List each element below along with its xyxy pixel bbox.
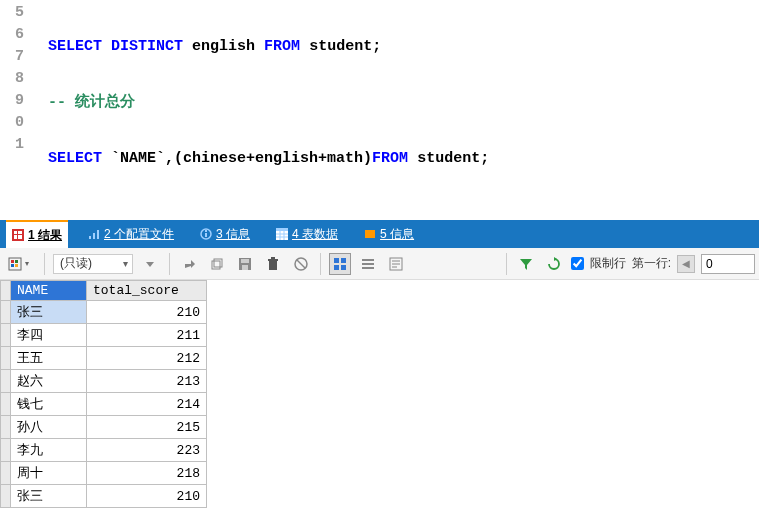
- svg-rect-18: [11, 260, 14, 263]
- code-area[interactable]: SELECT DISTINCT english FROM student; --…: [30, 0, 759, 190]
- row-header[interactable]: [1, 416, 11, 439]
- svg-rect-22: [212, 261, 220, 269]
- svg-rect-4: [89, 236, 91, 239]
- column-header-name[interactable]: NAME: [11, 281, 87, 301]
- cell-total-score[interactable]: 210: [87, 485, 207, 508]
- result-tab-bar: 1 结果 2 个配置文件 3 信息 4 表数据 5 信息: [0, 220, 759, 248]
- table-row[interactable]: 张三210: [1, 301, 207, 324]
- table-row[interactable]: 王五212: [1, 347, 207, 370]
- result-icon: [12, 229, 24, 241]
- cell-name[interactable]: 王五: [11, 347, 87, 370]
- cell-name[interactable]: 周十: [11, 462, 87, 485]
- cancel-button[interactable]: [290, 253, 312, 275]
- cell-total-score[interactable]: 215: [87, 416, 207, 439]
- row-header[interactable]: [1, 462, 11, 485]
- tab-info-2[interactable]: 5 信息: [358, 220, 420, 248]
- code-line-5: SELECT DISTINCT english FROM student;: [30, 36, 759, 58]
- svg-rect-6: [97, 230, 99, 239]
- history-icon: [364, 228, 376, 240]
- tab-profile[interactable]: 2 个配置文件: [82, 220, 180, 248]
- table-row[interactable]: 赵六213: [1, 370, 207, 393]
- limit-rows-checkbox[interactable]: [571, 257, 584, 270]
- svg-rect-3: [17, 231, 18, 239]
- row-header[interactable]: [1, 324, 11, 347]
- svg-rect-26: [242, 265, 248, 270]
- cell-total-score[interactable]: 218: [87, 462, 207, 485]
- svg-rect-34: [334, 265, 339, 270]
- svg-rect-32: [334, 258, 339, 263]
- svg-rect-8: [205, 233, 207, 237]
- cell-name[interactable]: 孙八: [11, 416, 87, 439]
- row-header[interactable]: [1, 393, 11, 416]
- cell-name[interactable]: 赵六: [11, 370, 87, 393]
- line-number-gutter: 5 6 7 8 9 0 1: [0, 0, 30, 190]
- filter-button[interactable]: [515, 253, 537, 275]
- duplicate-row-button[interactable]: [206, 253, 228, 275]
- row-header[interactable]: [1, 301, 11, 324]
- export-dropdown[interactable]: [4, 253, 36, 275]
- svg-line-31: [297, 260, 305, 268]
- tab-info-1[interactable]: 3 信息: [194, 220, 256, 248]
- cell-name[interactable]: 张三: [11, 485, 87, 508]
- grid-view-button[interactable]: [329, 253, 351, 275]
- table-icon: [276, 228, 288, 240]
- cell-total-score[interactable]: 223: [87, 439, 207, 462]
- cell-total-score[interactable]: 211: [87, 324, 207, 347]
- svg-rect-38: [362, 267, 374, 269]
- tab-result[interactable]: 1 结果: [6, 220, 68, 248]
- svg-rect-11: [276, 228, 288, 231]
- code-line-7: SELECT `NAME`,(chinese+english+math)FROM…: [30, 148, 759, 170]
- save-button[interactable]: [234, 253, 256, 275]
- refresh-button[interactable]: [543, 253, 565, 275]
- svg-rect-27: [269, 261, 277, 270]
- svg-rect-20: [11, 264, 14, 267]
- table-row[interactable]: 孙八215: [1, 416, 207, 439]
- readonly-mode-select[interactable]: (只读): [53, 254, 133, 274]
- row-header[interactable]: [1, 370, 11, 393]
- cell-name[interactable]: 李四: [11, 324, 87, 347]
- prev-page-button[interactable]: ◀: [677, 255, 695, 273]
- table-row[interactable]: 李四211: [1, 324, 207, 347]
- svg-rect-21: [15, 264, 18, 267]
- sql-editor[interactable]: 5 6 7 8 9 0 1 SELECT DISTINCT english FR…: [0, 0, 759, 190]
- cell-total-score[interactable]: 210: [87, 301, 207, 324]
- svg-rect-36: [362, 259, 374, 261]
- table-row[interactable]: 钱七214: [1, 393, 207, 416]
- cell-total-score[interactable]: 212: [87, 347, 207, 370]
- row-header[interactable]: [1, 347, 11, 370]
- table-row[interactable]: 张三210: [1, 485, 207, 508]
- insert-row-button[interactable]: [178, 253, 200, 275]
- svg-rect-28: [268, 259, 278, 261]
- profile-icon: [88, 228, 100, 240]
- svg-rect-35: [341, 265, 346, 270]
- cell-name[interactable]: 李九: [11, 439, 87, 462]
- chevron-down-icon[interactable]: [139, 253, 161, 275]
- delete-row-button[interactable]: [262, 253, 284, 275]
- svg-rect-33: [341, 258, 346, 263]
- svg-rect-19: [15, 260, 18, 263]
- first-row-label: 第一行:: [632, 255, 671, 272]
- column-header-total-score[interactable]: total_score: [87, 281, 207, 301]
- tab-table-data[interactable]: 4 表数据: [270, 220, 344, 248]
- svg-rect-25: [241, 259, 249, 263]
- svg-rect-37: [362, 263, 374, 265]
- table-row[interactable]: 周十218: [1, 462, 207, 485]
- svg-rect-9: [205, 230, 207, 232]
- form-view-button[interactable]: [357, 253, 379, 275]
- row-header-blank: [1, 281, 11, 301]
- text-view-button[interactable]: [385, 253, 407, 275]
- cell-total-score[interactable]: 213: [87, 370, 207, 393]
- cell-total-score[interactable]: 214: [87, 393, 207, 416]
- table-row[interactable]: 李九223: [1, 439, 207, 462]
- result-toolbar: (只读) 限制行 第一行: ◀: [0, 248, 759, 280]
- first-row-input[interactable]: [701, 254, 755, 274]
- row-header[interactable]: [1, 485, 11, 508]
- cell-name[interactable]: 张三: [11, 301, 87, 324]
- code-line-6: -- 统计总分: [30, 92, 759, 114]
- cell-name[interactable]: 钱七: [11, 393, 87, 416]
- row-header[interactable]: [1, 439, 11, 462]
- svg-rect-29: [271, 257, 275, 259]
- svg-rect-23: [214, 259, 222, 267]
- limit-rows-label: 限制行: [590, 255, 626, 272]
- result-grid[interactable]: NAME total_score 张三210李四211王五212赵六213钱七2…: [0, 280, 207, 508]
